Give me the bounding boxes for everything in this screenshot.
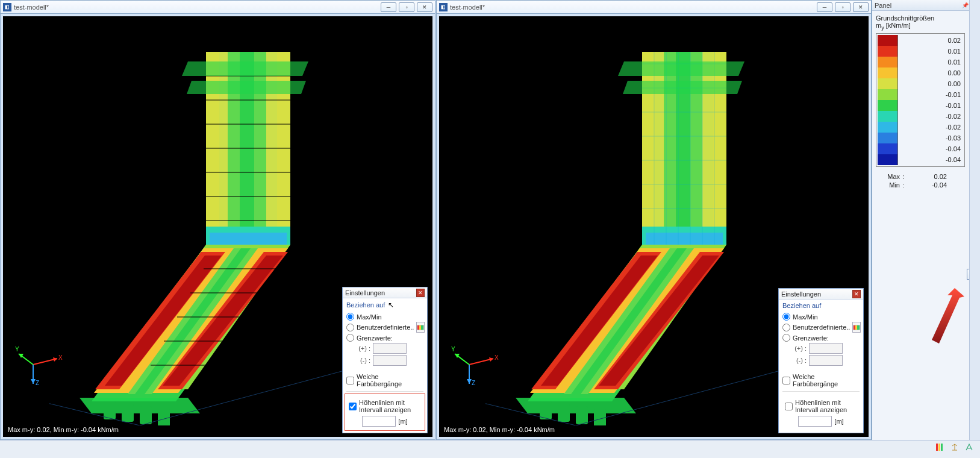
dialog-title: Einstellungen [781,290,852,298]
legend-row: -0.04 [878,154,963,165]
checkbox-smooth[interactable]: Weiche Farbübergänge [346,373,423,387]
limit-plus-row: (+) : ▲▼ [791,343,860,354]
svg-rect-100 [857,325,860,330]
checkbox-isolines[interactable]: Höhenlinien mit Intervall anzeigen [785,399,857,413]
legend-row: -0.02 [878,122,963,133]
side-panel: Panel 📌 ✕ Grundschnittgrößen my [kNm/m] … [872,0,980,440]
svg-rect-98 [854,325,855,330]
axis-gizmo: X Y Z [451,340,499,389]
panel-heading-1: Grundschnittgrößen [876,14,965,22]
limit-minus-row: (-) : ▲▼ [355,355,423,366]
svg-marker-89 [489,357,493,362]
radio-limits[interactable]: Grenzwerte: [782,334,860,342]
custom-edit-icon[interactable] [416,322,425,333]
legend-row: -0.01 [878,89,963,100]
panel-heading-2: my [kNm/m] [876,22,965,31]
radio-limits[interactable]: Grenzwerte: [346,334,423,342]
custom-edit-icon[interactable] [852,322,861,333]
titlebar: ◧ test-modell* ─ ▫ ✕ [1,1,435,14]
cursor-icon: ↖ [388,301,394,309]
app-icon: ◧ [3,3,11,11]
svg-marker-34 [187,81,306,94]
dialog-title: Einstellungen [345,289,416,296]
bottom-bar [0,440,980,458]
dialog-titlebar[interactable]: Einstellungen ✕ [779,289,863,300]
status-text: Max m-y: 0.02, Min m-y: -0.04 kNm/m [444,426,555,433]
legend-swatch [878,154,898,165]
checkbox-isolines[interactable]: Höhenlinien mit Intervall anzeigen [349,399,421,413]
close-button[interactable]: ✕ [853,2,869,12]
legend-value: 0.01 [898,48,963,55]
settings-dialog: Einstellungen ✕ Beziehen auf Max/Min Ben… [778,288,864,433]
radio-maxmin[interactable]: Max/Min [782,313,860,321]
dialog-close-button[interactable]: ✕ [416,289,425,297]
svg-rect-29 [104,401,116,419]
close-button[interactable]: ✕ [417,2,432,12]
dialog-titlebar[interactable]: Einstellungen ✕ [343,287,427,298]
legend-swatch [878,89,898,100]
svg-text:Y: Y [15,346,19,353]
interval-input[interactable]: ▲▼ [798,416,832,427]
svg-marker-6 [210,233,287,245]
maxmin-block: Max : 0.02 Min : -0.04 [876,173,965,189]
svg-text:X: X [495,354,499,361]
svg-marker-38 [53,357,57,362]
balance-icon[interactable] [949,442,960,453]
svg-marker-95 [467,379,472,384]
annotation-arrow-icon [917,283,966,356]
limit-plus-input[interactable]: ▲▼ [809,343,843,354]
svg-rect-30 [122,404,134,422]
svg-rect-49 [421,325,423,330]
legend-value: -0.02 [898,113,963,120]
maximize-button[interactable]: ▫ [399,2,414,12]
limit-minus-input[interactable]: ▲▼ [809,355,843,366]
svg-rect-81 [558,404,570,422]
interval-input[interactable]: ▲▼ [362,416,396,427]
legend-row: -0.04 [878,143,963,154]
svg-rect-31 [140,406,152,424]
svg-rect-80 [540,401,552,419]
radio-custom[interactable]: Benutzerdefinierte.. [782,322,860,333]
dialog-close-button[interactable]: ✕ [852,290,861,298]
panel-header: Panel 📌 ✕ [872,0,980,11]
legend-row: 0.02 [878,35,963,46]
color-legend: 0.020.010.010.000.00-0.01-0.01-0.02-0.02… [876,33,965,167]
svg-rect-47 [417,325,419,330]
svg-text:Z: Z [472,380,475,386]
legend-value: 0.01 [898,58,963,66]
svg-text:Z: Z [36,380,39,386]
render-canvas[interactable]: X Y Z Max m-y: 0.02, Min m-y: -0.04 kNm/… [439,16,869,437]
svg-marker-85 [623,81,742,94]
dialog-section-label: Beziehen auf [779,300,863,310]
svg-text:X: X [58,354,63,361]
legend-toggle-icon[interactable] [935,442,946,453]
legend-row: -0.03 [878,133,963,143]
maximize-button[interactable]: ▫ [835,2,850,12]
limit-minus-row: (-) : ▲▼ [791,355,860,366]
checkbox-smooth[interactable]: Weiche Farbübergänge [782,373,860,387]
limit-plus-row: (+) : ▲▼ [355,343,423,354]
radio-maxmin[interactable]: Max/Min [346,313,423,321]
limit-minus-input[interactable]: ▲▼ [373,355,407,366]
minimize-button[interactable]: ─ [817,2,832,12]
radio-custom[interactable]: Benutzerdefinierte.. [346,322,423,333]
drafting-icon[interactable] [964,442,975,453]
titlebar: ◧ test-modell* ─ ▫ ✕ [437,1,871,14]
legend-swatch [878,57,898,67]
axis-gizmo: X Y Z [15,340,63,389]
limit-plus-input[interactable]: ▲▼ [373,343,407,354]
pin-icon[interactable]: 📌 [961,2,969,9]
legend-row: 0.00 [878,78,963,89]
render-canvas[interactable]: X Y Z Max m-y: 0.02, Min m-y: -0.04 kNm/… [3,16,432,437]
legend-swatch [878,35,898,46]
window-title: test-modell* [450,4,485,11]
legend-value: 0.00 [898,80,963,87]
legend-swatch [878,78,898,89]
app-icon: ◧ [439,3,448,11]
interval-unit: [m] [398,418,407,425]
legend-swatch [878,122,898,133]
minimize-button[interactable]: ─ [381,2,396,12]
interval-unit: [m] [834,418,843,425]
legend-row: -0.01 [878,100,963,111]
model-render [485,28,823,425]
